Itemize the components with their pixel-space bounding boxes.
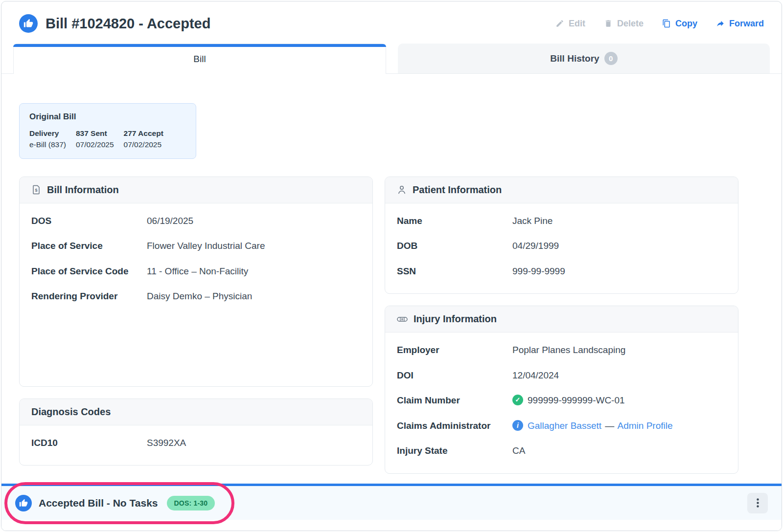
copy-icon bbox=[662, 19, 671, 28]
dos-label: DOS bbox=[31, 214, 134, 228]
forward-arrow-icon bbox=[716, 19, 725, 28]
footer-status-title: Accepted Bill - No Tasks bbox=[39, 497, 158, 509]
thumbs-up-status-icon bbox=[15, 495, 32, 511]
employer-row: Employer Poplar Planes Landscaping bbox=[397, 337, 726, 363]
delete-label: Delete bbox=[617, 19, 644, 29]
doi-row: DOI 12/04/2024 bbox=[397, 363, 726, 388]
svg-text:$: $ bbox=[35, 188, 37, 193]
edit-label: Edit bbox=[569, 19, 585, 29]
title-group: Bill #1024820 - Accepted bbox=[19, 14, 210, 33]
thumbs-up-logo-icon bbox=[19, 14, 38, 33]
bill-information-panel: $ Bill Information DOS 06/19/2025 Place … bbox=[19, 177, 373, 387]
bandage-icon bbox=[397, 315, 408, 323]
separator-dash: — bbox=[605, 421, 614, 431]
page-title: Bill #1024820 - Accepted bbox=[46, 16, 210, 32]
tab-bill-history[interactable]: Bill History 0 bbox=[398, 44, 770, 73]
sent-value: 07/02/2025 bbox=[76, 139, 114, 150]
delivery-value: e-Bill (837) bbox=[29, 139, 66, 150]
delete-button[interactable]: Delete bbox=[604, 19, 644, 29]
injury-state-value: CA bbox=[512, 444, 726, 458]
bill-history-count-badge: 0 bbox=[604, 52, 618, 65]
rendering-provider-row: Rendering Provider Daisy Demko – Physici… bbox=[31, 284, 361, 309]
patient-ssn-row: SSN 999-99-9999 bbox=[397, 259, 726, 284]
claim-number-value: ✓ 999999-999999-WC-01 bbox=[512, 394, 726, 407]
patient-information-header: Patient Information bbox=[385, 177, 738, 203]
dos-badge: DOS: 1-30 bbox=[167, 496, 215, 510]
injury-state-label: Injury State bbox=[397, 444, 500, 458]
rendering-provider-label: Rendering Provider bbox=[31, 289, 134, 303]
icd10-row: ICD10 S3992XA bbox=[31, 430, 361, 456]
bill-detail-page: Bill #1024820 - Accepted Edit Delete Cop… bbox=[1, 1, 782, 531]
bill-information-header: $ Bill Information bbox=[20, 177, 372, 203]
dos-value: 06/19/2025 bbox=[147, 214, 361, 228]
claim-number-row: Claim Number ✓ 999999-999999-WC-01 bbox=[397, 388, 726, 413]
doi-value: 12/04/2024 bbox=[512, 369, 726, 382]
bill-information-title: Bill Information bbox=[47, 184, 119, 196]
forward-button[interactable]: Forward bbox=[716, 19, 764, 29]
original-bill-card[interactable]: Original Bill Delivery e-Bill (837) 837 … bbox=[19, 103, 196, 159]
patient-dob-row: DOB 04/29/1999 bbox=[397, 233, 726, 259]
original-bill-columns: Delivery e-Bill (837) 837 Sent 07/02/202… bbox=[29, 128, 186, 151]
injury-information-panel: Injury Information Employer Poplar Plane… bbox=[385, 306, 738, 474]
patient-name-row: Name Jack Pine bbox=[397, 208, 726, 234]
claim-number-text: 999999-999999-WC-01 bbox=[528, 394, 625, 407]
patient-name-label: Name bbox=[397, 214, 500, 228]
right-column: Patient Information Name Jack Pine DOB 0… bbox=[385, 177, 738, 474]
edit-button[interactable]: Edit bbox=[555, 19, 585, 29]
left-column: $ Bill Information DOS 06/19/2025 Place … bbox=[19, 177, 373, 466]
rendering-provider-value: Daisy Demko – Physician bbox=[147, 289, 361, 303]
admin-profile-link[interactable]: Admin Profile bbox=[618, 421, 673, 431]
footer-status-group: Accepted Bill - No Tasks DOS: 1-30 bbox=[15, 495, 215, 511]
diagnosis-codes-body: ICD10 S3992XA bbox=[20, 425, 372, 466]
patient-icon bbox=[397, 185, 407, 195]
dos-row: DOS 06/19/2025 bbox=[31, 208, 361, 234]
header-actions: Edit Delete Copy Forward bbox=[555, 19, 764, 29]
patient-ssn-label: SSN bbox=[397, 265, 500, 278]
sent-column: 837 Sent 07/02/2025 bbox=[76, 128, 114, 151]
claim-number-label: Claim Number bbox=[397, 394, 500, 407]
original-bill-title: Original Bill bbox=[29, 112, 186, 122]
more-actions-button[interactable] bbox=[747, 493, 768, 513]
injury-information-title: Injury Information bbox=[414, 313, 497, 325]
patient-information-panel: Patient Information Name Jack Pine DOB 0… bbox=[385, 177, 738, 294]
diagnosis-codes-header: Diagnosis Codes bbox=[20, 399, 372, 425]
delivery-label: Delivery bbox=[29, 128, 66, 139]
tab-bill-history-label: Bill History bbox=[550, 53, 599, 64]
patient-information-title: Patient Information bbox=[413, 184, 502, 196]
page-header: Bill #1024820 - Accepted Edit Delete Cop… bbox=[1, 1, 782, 44]
bill-tab-content: Original Bill Delivery e-Bill (837) 837 … bbox=[1, 74, 782, 484]
accept-column: 277 Accept 07/02/2025 bbox=[124, 128, 163, 151]
receipt-icon: $ bbox=[31, 185, 41, 195]
injury-state-row: Injury State CA bbox=[397, 438, 726, 464]
icd10-label: ICD10 bbox=[31, 436, 134, 450]
diagnosis-codes-panel: Diagnosis Codes ICD10 S3992XA bbox=[19, 399, 373, 466]
claims-administrator-link[interactable]: Gallagher Bassett bbox=[528, 421, 601, 431]
employer-label: Employer bbox=[397, 343, 500, 357]
trash-icon bbox=[604, 19, 613, 28]
bill-status-footer: Accepted Bill - No Tasks DOS: 1-30 bbox=[1, 484, 782, 520]
place-of-service-code-value: 11 - Office – Non-Facility bbox=[147, 265, 361, 278]
claims-administrator-links: Gallagher Bassett — Admin Profile bbox=[528, 419, 673, 433]
bottom-spacer bbox=[1, 520, 782, 531]
kebab-menu-icon bbox=[757, 498, 759, 508]
doi-label: DOI bbox=[397, 369, 500, 382]
bill-information-body: DOS 06/19/2025 Place of Service Flower V… bbox=[20, 203, 372, 319]
pencil-icon bbox=[555, 19, 564, 28]
tab-bar: Bill Bill History 0 bbox=[1, 44, 782, 74]
place-of-service-row: Place of Service Flower Valley Industria… bbox=[31, 233, 361, 259]
forward-label: Forward bbox=[729, 19, 764, 29]
claims-administrator-label: Claims Administrator bbox=[397, 419, 500, 433]
tab-bill[interactable]: Bill bbox=[13, 44, 386, 74]
place-of-service-code-label: Place of Service Code bbox=[31, 265, 134, 278]
delivery-column: Delivery e-Bill (837) bbox=[29, 128, 66, 151]
info-icon[interactable]: i bbox=[512, 420, 523, 431]
claims-administrator-row: Claims Administrator i Gallagher Bassett… bbox=[397, 413, 726, 439]
place-of-service-code-row: Place of Service Code 11 - Office – Non-… bbox=[31, 259, 361, 284]
info-panels-grid: $ Bill Information DOS 06/19/2025 Place … bbox=[19, 177, 738, 474]
accept-label: 277 Accept bbox=[124, 128, 163, 139]
icd10-value: S3992XA bbox=[147, 436, 361, 450]
patient-name-value: Jack Pine bbox=[512, 214, 726, 228]
claims-administrator-value: i Gallagher Bassett — Admin Profile bbox=[512, 419, 726, 433]
employer-value: Poplar Planes Landscaping bbox=[512, 343, 726, 357]
copy-button[interactable]: Copy bbox=[662, 19, 697, 29]
